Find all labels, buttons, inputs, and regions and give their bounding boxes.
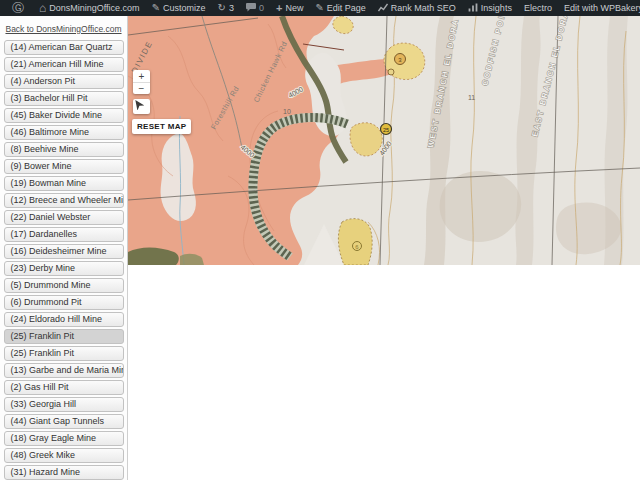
adminbar-edit-page[interactable]: ✎ Edit Page xyxy=(309,0,371,16)
adminbar-label: Insights xyxy=(481,3,512,13)
map-zoom-control: + − xyxy=(133,70,150,94)
map-label-section-11: 11 xyxy=(468,94,475,101)
zoom-in-button[interactable]: + xyxy=(133,70,150,82)
sidebar-item-mine[interactable]: (24) Eldorado Hill Mine xyxy=(4,312,124,327)
map-artwork: 3 25 6 DIVIDE Foresthill Rd Chicken Hawk… xyxy=(128,16,640,265)
sidebar-item-mine[interactable]: (18) Gray Eagle Mine xyxy=(4,431,124,446)
adminbar-new[interactable]: + New xyxy=(270,0,309,16)
adminbar-rank-math[interactable]: Rank Math SEO xyxy=(372,0,462,16)
wordpress-logo: Ⓖ xyxy=(12,2,24,14)
pencil-icon: ✎ xyxy=(152,3,160,13)
sidebar-item-mine[interactable]: (17) Dardanelles xyxy=(4,227,124,242)
sidebar-item-mine[interactable]: (21) American Hill Mine xyxy=(4,57,124,72)
marker-25-label: 25 xyxy=(383,127,389,133)
plus-icon: + xyxy=(276,3,282,14)
adminbar-customize[interactable]: ✎ Customize xyxy=(146,0,212,16)
zoom-out-button[interactable]: − xyxy=(133,82,150,94)
sidebar-item-mine[interactable]: (25) Franklin Pit xyxy=(4,346,124,361)
adminbar-label: Electro xyxy=(524,3,552,13)
adminbar-label: 3 xyxy=(229,3,234,13)
sidebar-item-mine-selected[interactable]: (25) Franklin Pit xyxy=(4,329,124,344)
home-icon: ⌂ xyxy=(39,2,46,14)
adminbar-label: Rank Math SEO xyxy=(391,3,456,13)
pencil-icon: ✎ xyxy=(315,3,323,13)
sidebar-item-mine[interactable]: (4) Anderson Pit xyxy=(4,74,124,89)
sidebar-item-mine[interactable]: (44) Giant Gap Tunnels xyxy=(4,414,124,429)
adminbar-label: Edit Page xyxy=(327,3,366,13)
marker-small-circle[interactable] xyxy=(388,69,394,75)
sidebar-item-mine[interactable]: (23) Derby Mine xyxy=(4,261,124,276)
adminbar-label: Customize xyxy=(163,3,206,13)
sidebar-item-mine[interactable]: (45) Baker Divide Mine xyxy=(4,108,124,123)
adminbar-electro[interactable]: Electro xyxy=(518,0,558,16)
adminbar-insights[interactable]: Insights xyxy=(462,0,518,16)
sidebar-item-mine[interactable]: (48) Greek Mike xyxy=(4,448,124,463)
sidebar-item-mine[interactable]: (9) Bower Mine xyxy=(4,159,124,174)
mine-list-sidebar: Back to DonsMiningOffice.com (14) Americ… xyxy=(0,16,128,480)
chart-bars-icon xyxy=(468,3,478,14)
sidebar-item-mine[interactable]: (46) Baltimore Mine xyxy=(4,125,124,140)
sidebar-item-mine[interactable]: (5) Drummond Mine xyxy=(4,278,124,293)
adminbar-comments[interactable]: 0 xyxy=(240,0,270,16)
sidebar-item-mine[interactable]: (13) Garbe and de Maria Mine xyxy=(4,363,124,378)
sidebar-item-mine[interactable]: (2) Gas Hill Pit xyxy=(4,380,124,395)
sidebar-item-mine[interactable]: (22) Daniel Webster xyxy=(4,210,124,225)
map-label-section-10: 10 xyxy=(283,108,291,115)
comment-icon xyxy=(246,3,256,14)
adminbar-label: Edit with WPBakery Page Builder xyxy=(564,3,640,13)
adminbar-wpbakery[interactable]: Edit with WPBakery Page Builder xyxy=(558,0,640,16)
chart-line-icon xyxy=(378,3,388,14)
sidebar-item-mine[interactable]: (3) Bachelor Hill Pit xyxy=(4,91,124,106)
sidebar-item-mine[interactable]: (19) Bowman Mine xyxy=(4,176,124,191)
update-icon: ↻ xyxy=(218,3,226,13)
adminbar-label: 0 xyxy=(259,3,264,13)
adminbar-label: DonsMiningOffice.com xyxy=(49,3,139,13)
adminbar-updates[interactable]: ↻ 3 xyxy=(212,0,240,16)
sidebar-item-mine[interactable]: (16) Deidesheimer Mine xyxy=(4,244,124,259)
sidebar-item-mine[interactable]: (12) Breece and Wheeler Mine xyxy=(4,193,124,208)
sidebar-item-mine[interactable]: (8) Beehive Mine xyxy=(4,142,124,157)
reset-map-button[interactable]: RESET MAP xyxy=(132,119,191,134)
compass-reset-north-button[interactable] xyxy=(133,99,150,114)
sidebar-item-mine[interactable]: (6) Drummond Pit xyxy=(4,295,124,310)
adminbar-label: New xyxy=(285,3,303,13)
adminbar-site-name[interactable]: ⌂ DonsMiningOffice.com xyxy=(33,0,146,16)
sidebar-item-mine[interactable]: (14) American Bar Quartz xyxy=(4,40,124,55)
sidebar-item-mine[interactable]: (33) Georgia Hill xyxy=(4,397,124,412)
adminbar-wordpress-menu[interactable]: Ⓖ xyxy=(6,0,33,16)
compass-needle-icon xyxy=(133,99,144,110)
wp-admin-bar: Ⓖ ⌂ DonsMiningOffice.com ✎ Customize ↻ 3… xyxy=(0,0,640,16)
sidebar-item-mine[interactable]: (31) Hazard Mine xyxy=(4,465,124,480)
geologic-map-canvas[interactable]: 3 25 6 DIVIDE Foresthill Rd Chicken Hawk… xyxy=(128,16,640,265)
back-to-site-link[interactable]: Back to DonsMiningOffice.com xyxy=(2,24,125,34)
